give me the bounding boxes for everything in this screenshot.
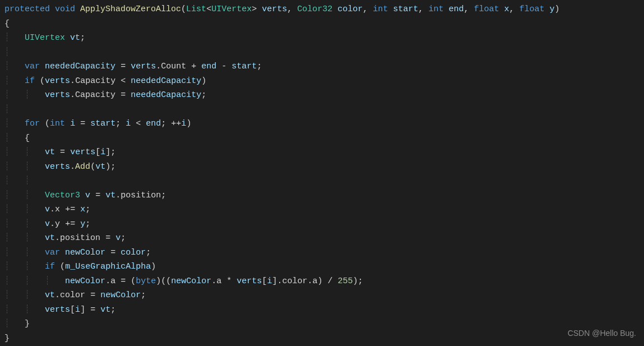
keyword-int: int	[373, 4, 388, 14]
var-vt: vt	[105, 191, 115, 200]
watermark-text: CSDN @Hello Bug.	[568, 327, 636, 340]
keyword-float: float	[520, 4, 545, 14]
var-verts: verts	[70, 147, 95, 157]
keyword-if: if	[45, 262, 55, 271]
keyword-var: var	[25, 62, 40, 71]
prop-a: a	[216, 276, 221, 286]
param-color: color	[337, 4, 363, 14]
var-neededCapacity: neededCapacity	[45, 62, 115, 71]
keyword-if: if	[25, 76, 35, 86]
prop-color: color	[282, 276, 307, 286]
var-v: v	[85, 191, 90, 200]
var-verts: verts	[131, 62, 156, 71]
code-block: protected void ApplyShadowZeroAlloc(List…	[4, 2, 640, 345]
prop-y: y	[55, 219, 60, 229]
keyword-int: int	[428, 4, 443, 14]
type-vector3: Vector3	[45, 191, 80, 200]
var-vt: vt	[70, 33, 80, 43]
type-uivertex: UIVertex	[211, 4, 252, 14]
param-x: x	[504, 4, 509, 14]
var-x: x	[80, 205, 85, 214]
var-v: v	[45, 219, 50, 229]
var-vt: vt	[45, 233, 55, 243]
method-add: Add	[75, 162, 90, 172]
close-brace: }	[4, 334, 10, 343]
var-i: i	[70, 119, 75, 128]
keyword-int: int	[50, 119, 65, 128]
var-verts: verts	[237, 276, 262, 286]
var-verts: verts	[45, 162, 70, 172]
type-color32: Color32	[297, 4, 332, 14]
type-uivertex: UIVertex	[25, 33, 65, 43]
open-brace: {	[4, 19, 10, 29]
var-newColor: newColor	[65, 276, 105, 286]
keyword-byte: byte	[136, 276, 156, 286]
var-end: end	[201, 62, 216, 71]
prop-position: position	[60, 233, 100, 243]
prop-position: position	[121, 191, 161, 200]
var-end: end	[146, 119, 161, 128]
var-vt: vt	[100, 305, 110, 315]
keyword-var: var	[45, 248, 60, 257]
open-brace: {	[25, 133, 30, 143]
param-start: start	[393, 4, 418, 14]
var-vt: vt	[45, 147, 55, 157]
var-y: y	[80, 219, 85, 229]
var-verts: verts	[45, 76, 70, 86]
prop-capacity: Capacity	[75, 90, 115, 100]
number-255: 255	[338, 276, 353, 286]
prop-color: color	[60, 290, 85, 300]
var-i: i	[75, 305, 80, 315]
var-i: i	[100, 147, 105, 157]
prop-x: x	[55, 205, 60, 214]
var-neededCapacity: neededCapacity	[131, 76, 201, 86]
keyword-protected: protected	[4, 4, 50, 14]
var-newColor: newColor	[171, 276, 211, 286]
var-v: v	[45, 205, 50, 214]
type-list: List	[186, 4, 206, 14]
keyword-void: void	[55, 4, 75, 14]
var-neededCapacity: neededCapacity	[131, 90, 201, 100]
prop-count: Count	[161, 62, 186, 71]
var-v: v	[115, 233, 121, 243]
prop-a: a	[110, 276, 115, 286]
var-verts: verts	[45, 305, 70, 315]
var-color: color	[121, 248, 146, 257]
var-newColor: newColor	[65, 248, 105, 257]
var-verts: verts	[45, 90, 70, 100]
param-verts: verts	[262, 4, 287, 14]
var-vt: vt	[95, 162, 105, 172]
var-i: i	[126, 119, 131, 128]
param-y: y	[550, 4, 555, 14]
var-start: start	[90, 119, 115, 128]
method-name: ApplyShadowZeroAlloc	[80, 4, 181, 14]
var-vt: vt	[45, 290, 55, 300]
var-newColor: newColor	[100, 290, 141, 300]
var-mUseGraphicAlpha: m_UseGraphicAlpha	[65, 262, 151, 271]
param-end: end	[448, 4, 464, 14]
close-brace: }	[25, 319, 30, 329]
keyword-for: for	[25, 119, 40, 128]
var-start: start	[231, 62, 257, 71]
keyword-float: float	[474, 4, 499, 14]
prop-capacity: Capacity	[75, 76, 115, 86]
